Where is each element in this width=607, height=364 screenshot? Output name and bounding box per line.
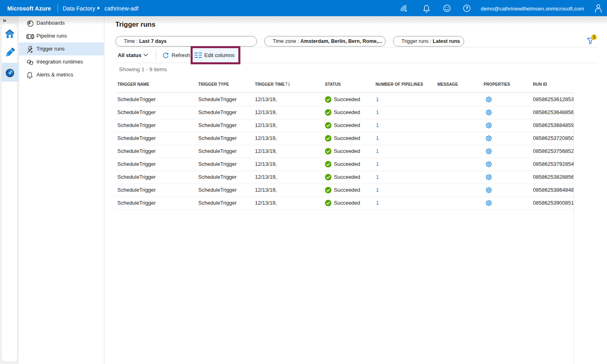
svg-text:?: ? — [465, 6, 468, 11]
